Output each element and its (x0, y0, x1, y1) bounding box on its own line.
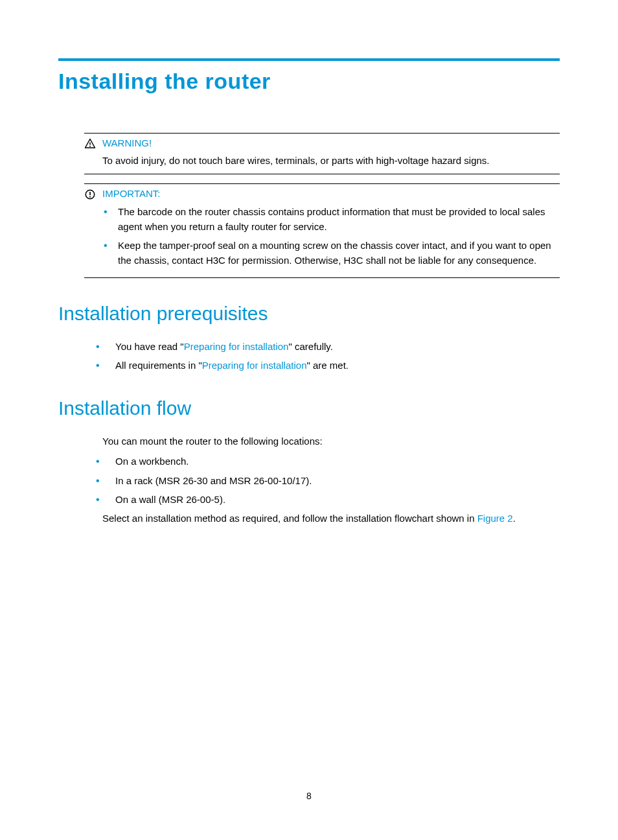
svg-point-4 (89, 196, 91, 197)
top-rule (58, 58, 560, 61)
flow-outro: Select an installation method as require… (102, 511, 560, 526)
svg-point-1 (89, 146, 91, 147)
section-heading-prereq: Installation prerequisites (58, 303, 560, 325)
important-list: The barcode on the router chassis contai… (104, 204, 560, 268)
important-head: IMPORTANT: (84, 188, 560, 200)
link-figure-2[interactable]: Figure 2 (477, 513, 513, 524)
text: " carefully. (288, 341, 332, 352)
page-number: 8 (0, 791, 618, 801)
warning-box: WARNING! To avoid injury, do not touch b… (84, 133, 560, 174)
warning-text: To avoid injury, do not touch bare wires… (102, 154, 560, 169)
text: " are met. (306, 360, 349, 371)
page-title: Installing the router (58, 69, 560, 94)
flow-intro: You can mount the router to the followin… (102, 434, 560, 449)
list-item: On a wall (MSR 26-00-5). (96, 492, 560, 507)
important-icon (84, 189, 96, 200)
warning-label: WARNING! (102, 137, 152, 148)
link-preparing-2[interactable]: Preparing for installation (202, 360, 307, 371)
important-box: IMPORTANT: The barcode on the router cha… (84, 183, 560, 278)
prereq-list: You have read "Preparing for installatio… (96, 339, 560, 373)
list-item: In a rack (MSR 26-30 and MSR 26-00-10/17… (96, 473, 560, 488)
list-item: Keep the tamper-proof seal on a mounting… (104, 238, 560, 268)
list-item: All requirements in "Preparing for insta… (96, 358, 560, 373)
list-item: The barcode on the router chassis contai… (104, 204, 560, 235)
list-item: On a workbench. (96, 454, 560, 469)
text: All requirements in " (115, 360, 202, 371)
text: You have read " (115, 341, 184, 352)
text: Select an installation method as require… (102, 513, 477, 524)
link-preparing-1[interactable]: Preparing for installation (184, 341, 289, 352)
section-heading-flow: Installation flow (58, 397, 560, 419)
document-page: Installing the router WARNING! To avoid … (0, 0, 618, 526)
important-label: IMPORTANT: (102, 188, 160, 199)
list-item: You have read "Preparing for installatio… (96, 339, 560, 354)
warning-head: WARNING! (84, 137, 560, 150)
warning-icon (84, 138, 96, 150)
flow-list: On a workbench. In a rack (MSR 26-30 and… (96, 454, 560, 507)
text: . (513, 513, 516, 524)
